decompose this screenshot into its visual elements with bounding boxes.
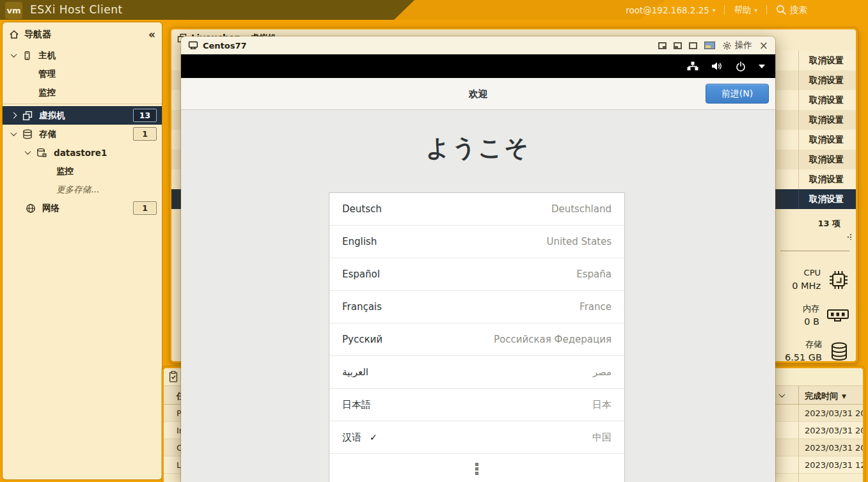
cancel-settings-button[interactable]: 取消设置 xyxy=(798,51,854,70)
sidebar-item-label: 虚拟机 xyxy=(39,110,65,121)
check-icon: ✓ xyxy=(370,432,377,442)
sidebar-item-label: 监控 xyxy=(56,166,74,177)
sidebar-item-virtual-machines[interactable]: 虚拟机 13 xyxy=(3,106,162,125)
sidebar-item-label: 网络 xyxy=(42,203,59,214)
guest-network-icon[interactable] xyxy=(687,61,698,71)
language-list: Deutsch Deutschland English United State… xyxy=(329,192,625,482)
storage-icon xyxy=(22,129,33,139)
chevron-down-icon[interactable] xyxy=(779,391,785,398)
language-row[interactable]: Deutsch Deutschland xyxy=(329,193,624,226)
datastore-icon xyxy=(36,148,47,158)
host-icon xyxy=(22,51,32,61)
caret-down-icon: ▾ xyxy=(713,7,716,13)
cancel-settings-button[interactable]: 取消设置 xyxy=(798,130,854,150)
sidebar-item-network[interactable]: 网络 1 xyxy=(3,199,162,217)
welcome-heading: ようこそ xyxy=(181,132,775,164)
language-row[interactable]: Русский Российская Федерация xyxy=(329,323,624,356)
chevron-down-icon xyxy=(25,148,31,155)
language-row[interactable]: العربية مصر xyxy=(329,356,624,389)
vertical-dots-icon xyxy=(475,462,478,476)
navigator-title: 导航器 xyxy=(24,29,51,40)
collapse-sidebar-button[interactable]: « xyxy=(148,28,155,41)
cancel-settings-button[interactable]: 取消设置 xyxy=(798,110,854,130)
language-name: 汉语 ✓ xyxy=(342,431,377,444)
memory-value: 0 B xyxy=(803,315,819,329)
console-screenshot-icon[interactable] xyxy=(704,42,715,49)
memory-label: 内存 xyxy=(803,303,819,315)
language-name: English xyxy=(342,236,377,247)
app-title: ESXi Host Client xyxy=(30,0,123,20)
task-completed-time: 2023/03/31 20: xyxy=(805,443,865,453)
top-bar: vm ESXi Host Client root@192.168.2.25 ▾ … xyxy=(0,0,868,20)
cancel-settings-button[interactable]: 取消设置 xyxy=(798,90,854,110)
guest-menu-caret-icon[interactable] xyxy=(759,65,765,68)
language-region: France xyxy=(580,301,612,313)
top-bar-menus: root@192.168.2.25 ▾ 帮助 ▾ 搜索 xyxy=(626,0,807,20)
language-row[interactable]: Français France xyxy=(329,291,624,323)
guest-status-icons xyxy=(687,54,765,78)
more-languages-expander[interactable] xyxy=(329,454,624,482)
caret-down-icon: ▾ xyxy=(754,7,757,13)
cpu-value: 0 MHz xyxy=(792,279,821,293)
forward-button[interactable]: 前进(N) xyxy=(706,84,769,104)
monitor-icon xyxy=(188,41,198,50)
sidebar-item-datastore1[interactable]: datastore1 xyxy=(3,143,162,162)
help-menu[interactable]: 帮助 ▾ xyxy=(734,4,757,16)
sidebar-item-manage[interactable]: 管理 xyxy=(3,65,162,83)
language-row[interactable]: English United States xyxy=(329,226,624,258)
completed-time-column-header[interactable]: 完成时间 ▼ xyxy=(805,391,846,402)
sidebar-item-more-storage[interactable]: 更多存储... xyxy=(3,180,162,199)
guest-power-icon[interactable] xyxy=(736,61,746,72)
completed-time-label: 完成时间 xyxy=(805,391,838,402)
cancel-settings-button[interactable]: 取消设置 xyxy=(798,189,854,209)
close-icon[interactable]: × xyxy=(759,40,768,51)
sidebar-item-host[interactable]: 主机 xyxy=(3,46,162,65)
memory-icon xyxy=(826,307,849,324)
storage-count-badge: 1 xyxy=(133,127,157,141)
language-row[interactable]: Español España xyxy=(329,258,624,291)
window-restore-icon[interactable] xyxy=(658,42,667,49)
console-titlebar[interactable]: Centos77 操作 × xyxy=(181,36,775,54)
language-row-selected[interactable]: 汉语 ✓ 中国 xyxy=(329,421,624,454)
sort-desc-icon: ▼ xyxy=(842,393,846,400)
menu-divider xyxy=(724,5,725,15)
cancel-settings-button[interactable]: 取消设置 xyxy=(798,150,854,169)
cancel-settings-button[interactable]: 取消设置 xyxy=(798,169,854,189)
vm-count-badge: 13 xyxy=(133,109,157,122)
sidebar-item-storage[interactable]: 存储 1 xyxy=(3,125,162,143)
window-dock-icon[interactable] xyxy=(674,42,682,49)
actions-menu-button[interactable]: 操作 xyxy=(722,40,752,51)
vm-icon xyxy=(22,111,33,121)
resize-grip-icon[interactable] xyxy=(846,230,852,242)
search-control[interactable]: 搜索 xyxy=(776,4,807,16)
gear-icon xyxy=(722,41,732,51)
installer-header: 欢迎 前进(N) xyxy=(181,78,775,110)
esxi-host-client-screen: vm ESXi Host Client root@192.168.2.25 ▾ … xyxy=(0,0,868,482)
tasks-column-separator xyxy=(798,405,799,482)
sidebar-item-label: 存储 xyxy=(39,128,56,140)
search-label: 搜索 xyxy=(790,4,807,16)
window-maximize-icon[interactable] xyxy=(689,42,697,49)
sidebar-item-monitor[interactable]: 监控 xyxy=(3,83,162,102)
sidebar-item-label: 更多存储... xyxy=(56,184,99,196)
vm-console-window: Centos77 操作 × xyxy=(181,36,775,482)
user-menu[interactable]: root@192.168.2.25 ▾ xyxy=(626,5,715,15)
search-icon xyxy=(776,4,787,15)
language-name: 日本語 xyxy=(342,399,371,411)
guest-volume-icon[interactable] xyxy=(711,61,723,71)
sidebar-item-datastore-monitor[interactable]: 监控 xyxy=(3,162,162,180)
sidebar-divider xyxy=(3,104,162,104)
top-bar-shade xyxy=(384,0,665,20)
console-window-controls: 操作 × xyxy=(658,40,768,51)
language-region: مصر xyxy=(593,366,612,378)
guest-screen-top-bar xyxy=(181,54,775,78)
language-name: Español xyxy=(342,268,380,280)
actions-label: 操作 xyxy=(735,40,752,51)
cancel-settings-button[interactable]: 取消设置 xyxy=(798,70,854,90)
language-name: Deutsch xyxy=(342,203,382,215)
console-window-title: Centos77 xyxy=(203,41,247,51)
cpu-icon xyxy=(828,269,849,291)
language-region: United States xyxy=(546,236,612,247)
task-completed-time: 2023/03/31 20: xyxy=(805,408,865,418)
language-row[interactable]: 日本語 日本 xyxy=(329,389,624,421)
